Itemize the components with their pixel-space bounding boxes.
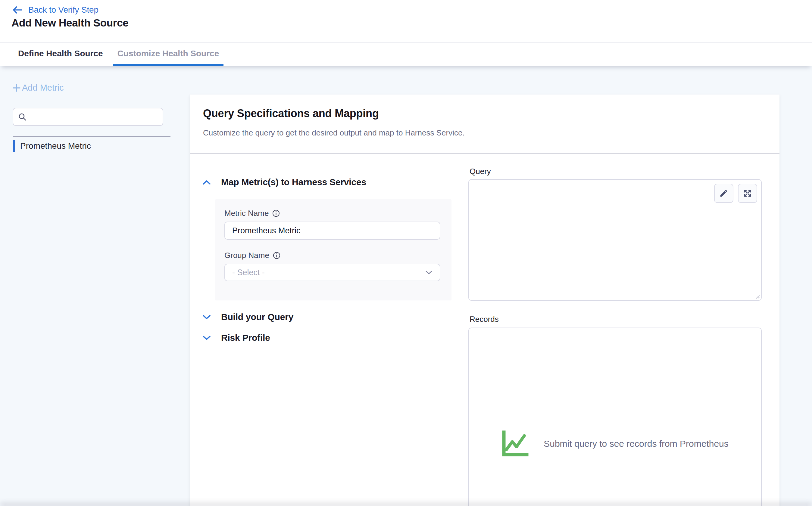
query-mapping-panel: Query Specifications and Mapping Customi… xyxy=(190,94,780,510)
info-icon[interactable] xyxy=(272,210,280,217)
add-health-source-drawer: Back to Verify Step Add New Health Sourc… xyxy=(0,0,812,510)
info-icon[interactable] xyxy=(273,252,281,259)
map-metrics-section-title: Map Metric(s) to Harness Services xyxy=(221,177,366,187)
textarea-resize-handle[interactable] xyxy=(754,293,760,299)
group-name-placeholder: - Select - xyxy=(232,268,265,277)
records-empty-state: Submit query to see records from Prometh… xyxy=(469,430,761,457)
panel-divider xyxy=(190,154,780,154)
back-link-label: Back to Verify Step xyxy=(28,5,98,15)
records-empty-text: Submit query to see records from Prometh… xyxy=(544,439,729,449)
drawer-header: Back to Verify Step Add New Health Sourc… xyxy=(0,0,812,43)
edit-query-button[interactable] xyxy=(714,184,733,203)
build-query-section-toggle[interactable]: Build your Query xyxy=(202,312,293,322)
chevron-up-icon xyxy=(202,180,211,185)
selected-indicator-bar xyxy=(13,140,15,152)
health-source-tabbar: Define Health Source Customize Health So… xyxy=(0,43,812,66)
chevron-down-icon xyxy=(425,270,433,275)
search-icon xyxy=(18,113,27,121)
metric-name-label-row: Metric Name xyxy=(224,209,280,218)
expand-arrows-icon xyxy=(743,188,752,198)
risk-profile-section-toggle[interactable]: Risk Profile xyxy=(202,333,270,343)
records-box: Submit query to see records from Prometh… xyxy=(468,328,762,510)
tab-define-health-source[interactable]: Define Health Source xyxy=(13,43,108,66)
back-link[interactable]: Back to Verify Step xyxy=(12,4,98,16)
plus-icon xyxy=(12,83,21,92)
metric-name-input[interactable] xyxy=(224,221,440,240)
map-metrics-form: Metric Name Group Name xyxy=(215,199,452,300)
query-label: Query xyxy=(469,167,491,176)
page-title: Add New Health Source xyxy=(11,17,128,29)
panel-subtitle: Customize the query to get the desired o… xyxy=(203,128,465,138)
query-editor-box xyxy=(468,179,762,301)
map-metrics-section-toggle[interactable]: Map Metric(s) to Harness Services xyxy=(202,177,366,187)
metric-list-item-prometheus[interactable]: Prometheus Metric xyxy=(13,140,91,152)
build-query-section-title: Build your Query xyxy=(221,312,293,322)
arrow-left-icon xyxy=(12,5,23,14)
group-name-label-row: Group Name xyxy=(224,251,281,260)
pencil-icon xyxy=(719,189,728,198)
sticky-footer-shadow xyxy=(0,506,812,510)
group-name-label: Group Name xyxy=(224,251,269,260)
metric-item-label: Prometheus Metric xyxy=(20,141,91,151)
add-metric-button[interactable]: Add Metric xyxy=(12,83,64,93)
risk-profile-section-title: Risk Profile xyxy=(221,333,270,343)
metric-search-input[interactable] xyxy=(30,109,163,125)
add-metric-label: Add Metric xyxy=(22,83,64,93)
chevron-down-icon xyxy=(202,314,211,320)
tab-customize-health-source[interactable]: Customize Health Source xyxy=(113,43,224,66)
drawer-content: Add Metric Prometheus Metric Query Speci… xyxy=(0,66,812,510)
panel-title: Query Specifications and Mapping xyxy=(203,107,379,120)
sidebar-divider xyxy=(13,137,171,137)
metric-search-box xyxy=(13,108,163,126)
line-chart-icon xyxy=(501,430,533,457)
group-name-select[interactable]: - Select - xyxy=(224,264,440,281)
records-label: Records xyxy=(469,314,499,324)
fullscreen-query-button[interactable] xyxy=(738,184,757,203)
metric-name-label: Metric Name xyxy=(224,209,269,218)
query-actions xyxy=(714,184,757,203)
chevron-down-icon xyxy=(202,335,211,340)
